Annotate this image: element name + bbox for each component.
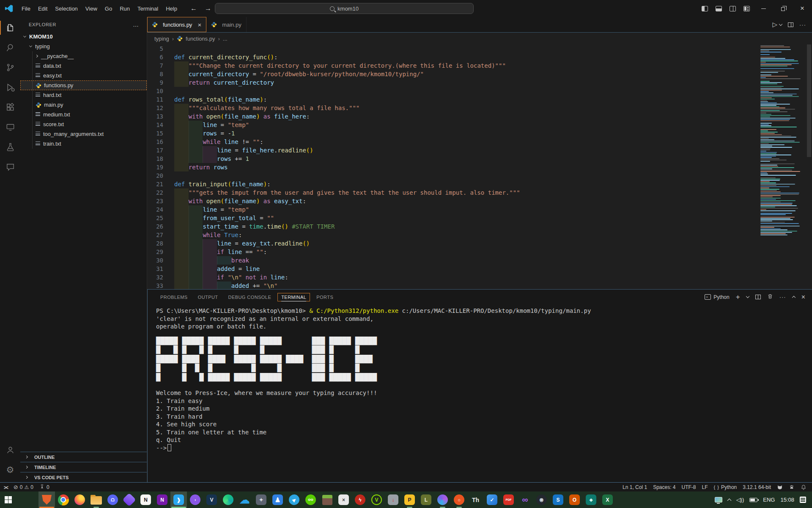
minimap[interactable] [760,45,805,289]
split-terminal-icon[interactable] [755,295,761,299]
uninstaller-icon[interactable]: ↓ [385,491,401,508]
toggle-secondary-sidebar-icon[interactable] [730,6,736,11]
activity-run-debug-icon[interactable] [0,77,20,97]
code-line[interactable]: 13 with open(file_name) as file_here: [147,112,757,121]
menu-edit[interactable]: Edit [34,4,51,14]
obs-icon[interactable]: ◉ [533,491,550,508]
code-line[interactable]: 33 added += "\n" [147,282,757,289]
activity-explorer-icon[interactable] [0,18,20,38]
problems-status[interactable]: ⊘0 ⚠0 [11,483,36,491]
menu-go[interactable]: Go [101,4,116,14]
tray-expand-icon[interactable] [727,499,731,503]
file-item-hard-txt[interactable]: hard.txt [20,90,147,100]
code-line[interactable]: 27 while True: [147,231,757,239]
close-window-button[interactable]: × [793,0,812,17]
breadcrumb-item[interactable]: ... [223,36,228,42]
file-item-easy-txt[interactable]: easy.txt [20,71,147,80]
command-center-search[interactable]: kmom10 [215,3,474,14]
customize-layout-icon[interactable] [743,6,750,11]
code-line[interactable]: 6def current_directory_func(): [147,53,757,61]
terminal-prompt[interactable]: --> [156,444,812,452]
file-item-train-txt[interactable]: train.txt [20,139,147,149]
minecraft-icon[interactable] [319,491,335,508]
telegram-icon[interactable]: ▶ [286,491,302,508]
file-item-too-many-arguments-txt[interactable]: too_many_arguments.txt [20,129,147,139]
app-blue-icon[interactable]: S [550,491,566,508]
terminal-shell-selector[interactable]: > Python [705,294,729,300]
breadcrumb-item[interactable]: functions.py [186,36,215,42]
vscode-icon[interactable]: ❱ [170,491,187,508]
remote-indicator[interactable]: >< [1,483,11,491]
terminal-dropdown-icon[interactable] [746,295,749,298]
photos-icon[interactable]: ✦ [253,491,269,508]
code-line[interactable]: 10 [147,87,757,95]
explorer-more-icon[interactable]: … [133,21,139,28]
code-line[interactable]: 21def train_input(file_name): [147,180,757,188]
code-line[interactable]: 24 line = "temp" [147,205,757,214]
menu-file[interactable]: File [18,4,34,14]
tab-functions-py[interactable]: functions.py× [147,17,206,32]
restore-button[interactable] [773,0,793,17]
activity-remote-explorer-icon[interactable] [0,117,20,137]
file-item--pycache-[interactable]: __pycache__ [20,51,147,61]
pdf-reader-icon[interactable]: PDF [500,491,517,508]
encoding-status[interactable]: UTF-8 [679,483,699,491]
code-line[interactable]: 14 line = "temp" [147,121,757,129]
volume-icon[interactable]: ◁)) [736,497,744,503]
vscode-pets-status[interactable] [786,483,798,491]
menu-terminal[interactable]: Terminal [134,4,162,14]
loop-icon[interactable] [434,491,451,508]
activity-search-icon[interactable] [0,38,20,58]
github-desktop-icon[interactable]: ◖ [187,491,203,508]
code-line[interactable]: 30 break [147,256,757,265]
activity-accounts-icon[interactable] [0,440,20,460]
code-line[interactable]: 22 """gets the imput from the user and g… [147,188,757,197]
code-line[interactable]: 32 if "\n" not in line: [147,273,757,282]
code-line[interactable]: 19 return rows [147,163,757,171]
firefox-icon[interactable] [71,491,88,508]
discord-icon[interactable]: ᗝ [104,491,121,508]
obsidian-icon[interactable] [121,491,137,508]
x-mouse-icon[interactable]: × [335,491,352,508]
brave-icon[interactable] [38,491,55,508]
activity-source-control-icon[interactable] [0,58,20,77]
menu-view[interactable]: View [82,4,101,14]
file-explorer-icon[interactable] [88,491,104,508]
indentation-status[interactable]: Spaces: 4 [650,483,678,491]
code-line[interactable]: 16 while line != "": [147,138,757,146]
close-tab-icon[interactable]: × [198,21,201,28]
onedrive-icon[interactable]: ☁ [236,491,253,508]
panel-tab-problems[interactable]: PROBLEMS [156,293,192,302]
maximize-panel-icon[interactable] [792,296,795,299]
code-line[interactable]: 26 start_time = time.time() #START TIMER [147,222,757,231]
visual-studio-icon[interactable]: ∞ [517,491,533,508]
file-item-functions-py[interactable]: functions.py [20,80,147,90]
sidebar-section-outline[interactable]: OUTLINE [20,452,147,462]
menu-selection[interactable]: Selection [51,4,81,14]
code-line[interactable]: 11def rows_total(file_name): [147,95,757,104]
panel-tab-output[interactable]: OUTPUT [194,293,222,302]
run-python-file-button[interactable]: ▷ [772,21,782,28]
flash-app-icon[interactable]: ϟ [352,491,368,508]
excel-icon[interactable]: X [599,491,616,508]
nav-forward-icon[interactable]: → [205,5,211,12]
file-item-typing[interactable]: typing [20,41,147,51]
chrome-icon[interactable] [55,491,71,508]
contacts-icon[interactable]: ♟ [269,491,286,508]
clock[interactable]: 15:08 [780,497,794,503]
code-line[interactable]: 17 line = file_here.readline() [147,146,757,155]
new-terminal-icon[interactable]: + [736,293,740,301]
eol-status[interactable]: LF [699,483,711,491]
ms-todo-icon[interactable]: ✓ [484,491,500,508]
code-line[interactable]: 8 current_directory = "/root/dbwebb-kurs… [147,70,757,78]
minimize-button[interactable] [754,0,773,17]
code-line[interactable]: 9 return current_directory [147,78,757,87]
battery-icon[interactable] [749,498,757,502]
ubuntu-icon[interactable]: ○ [451,491,467,508]
v-watch-icon[interactable]: V [368,491,385,508]
split-editor-icon[interactable] [788,22,793,27]
toggle-sidebar-icon[interactable] [702,6,708,11]
code-line[interactable]: 31 added = line [147,265,757,273]
tab-main-py[interactable]: main.py [206,17,247,32]
onenote-icon[interactable]: N [154,491,170,508]
